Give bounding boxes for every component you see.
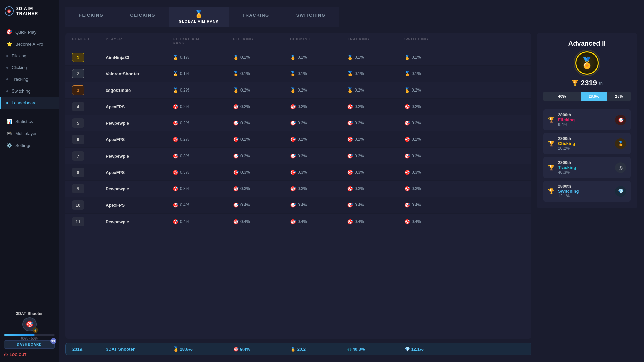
tracking-icon: 🏅 bbox=[347, 55, 353, 60]
rank-position-suffix: th bbox=[599, 81, 603, 86]
sidebar-item-multiplayer[interactable]: 🎮 Multiplayer bbox=[0, 127, 59, 139]
user-avatar-area: 🎯 🏅 bbox=[22, 317, 37, 331]
flicking-icon: 🎯 bbox=[233, 137, 239, 142]
sidebar-item-label: Multiplayer bbox=[15, 131, 37, 136]
dot-icon bbox=[6, 90, 8, 92]
cat-rank-icon: 💎 bbox=[615, 186, 626, 197]
switching-score: 🎯 0.3% bbox=[404, 170, 461, 175]
sidebar-item-label: Leaderboard bbox=[12, 100, 37, 105]
sidebar-item-leaderboard[interactable]: Leaderboard bbox=[0, 97, 59, 109]
clicking-score: 🎯 0.3% bbox=[290, 170, 347, 175]
rank-position-number: 2319 bbox=[581, 79, 597, 87]
switching-score: 🎯 0.2% bbox=[404, 120, 461, 126]
table-body: 1 AimNinja33 🏅 0.1% 🏅 0.1% 🏅 0.1% 🏅 0.1%… bbox=[65, 49, 531, 230]
cat-pct: 40.3% bbox=[558, 170, 612, 175]
cat-trophy-icon: 🏆 bbox=[548, 140, 555, 147]
sidebar-item-statistics[interactable]: 📊 Statistics bbox=[0, 115, 59, 127]
category-stats: 🏆 2800th Flicking 9.4% 🎯 🏆 2800th Clicki… bbox=[543, 109, 631, 202]
sidebar-item-settings[interactable]: ⚙️ Settings bbox=[0, 139, 59, 152]
cat-trophy-icon: 🏆 bbox=[548, 188, 555, 194]
switching-icon: 🎯 bbox=[404, 104, 410, 109]
gar-score: 🎯 0.3% bbox=[173, 153, 233, 159]
cat-pct: 9.4% bbox=[558, 122, 612, 127]
flicking-score: 🎯 0.2% bbox=[233, 120, 290, 126]
tab-flicking-label: FLICKING bbox=[79, 13, 103, 18]
tracking-score: 🎯 0.3% bbox=[347, 153, 404, 159]
tracking-icon: 🎯 bbox=[347, 120, 353, 126]
tab-clicking[interactable]: CLICKING bbox=[117, 7, 169, 27]
rank-number: 1 bbox=[72, 53, 84, 62]
clicking-icon: 🎯 bbox=[290, 202, 296, 208]
flicking-score: 🎯 0.4% bbox=[233, 202, 290, 208]
rank-cell: 8 bbox=[72, 168, 106, 177]
tab-global-aim-rank[interactable]: 🏅 GLOBAL AIM RANK bbox=[169, 7, 229, 27]
switching-score: 🏅 0.1% bbox=[404, 71, 461, 76]
switching-score: 🎯 0.3% bbox=[404, 153, 461, 159]
clicking-icon: 🎯 bbox=[290, 186, 296, 191]
dashboard-button[interactable]: DASHBOARD 99 bbox=[4, 340, 55, 349]
tracking-icon: 🏅 bbox=[347, 87, 353, 93]
quick-play-icon: 🎯 bbox=[6, 29, 12, 35]
flicking-score: 🎯 0.2% bbox=[233, 137, 290, 142]
col-player: PLAYER bbox=[106, 37, 173, 45]
gar-icon: 🎯 bbox=[173, 202, 178, 208]
main-flex: PLACED PLAYER GLOBAL AIMRANK FLICKING CL… bbox=[65, 33, 637, 355]
cat-position: 2800th bbox=[558, 160, 612, 165]
tab-clicking-label: CLICKING bbox=[130, 13, 155, 18]
tab-switching-label: SWITCHING bbox=[296, 13, 326, 18]
clicking-score: 🎯 0.2% bbox=[290, 104, 347, 109]
sidebar-item-quick-play[interactable]: 🎯 Quick Play bbox=[0, 26, 59, 38]
table-row: 1 AimNinja33 🏅 0.1% 🏅 0.1% 🏅 0.1% 🏅 0.1%… bbox=[65, 49, 531, 66]
tracking-score: 🏅 0.2% bbox=[347, 87, 404, 93]
tracking-icon: 🎯 bbox=[347, 137, 353, 142]
rank-number: 11 bbox=[72, 217, 84, 226]
cat-pct: 20.2% bbox=[558, 146, 612, 151]
rank-number: 7 bbox=[72, 151, 84, 161]
gar-icon: 🏅 bbox=[173, 55, 178, 60]
tab-switching[interactable]: SWITCHING bbox=[283, 7, 339, 27]
logout-button[interactable]: ⏻ LOG OUT bbox=[4, 351, 55, 358]
flicking-score: 🏅 0.1% bbox=[233, 55, 290, 60]
sidebar-item-switching[interactable]: Switching bbox=[0, 85, 59, 97]
clicking-icon: 🏅 bbox=[290, 55, 296, 60]
rank-badge: 🏅 bbox=[33, 327, 38, 333]
clicking-score: 🏅 0.2% bbox=[290, 87, 347, 93]
rank-number: 4 bbox=[72, 102, 84, 111]
clicking-score: 🎯 0.2% bbox=[290, 137, 347, 142]
col-flicking: FLICKING bbox=[233, 37, 290, 45]
rank-cell: 1 bbox=[72, 53, 106, 62]
tracking-score: 🎯 0.2% bbox=[347, 137, 404, 142]
dot-icon bbox=[6, 78, 8, 80]
table-row: 3 csgos1mple 🏅 0.2% 🏅 0.2% 🏅 0.2% 🏅 0.2%… bbox=[65, 82, 531, 99]
clicking-icon: 🎯 bbox=[290, 137, 296, 142]
sidebar-item-clicking[interactable]: Clicking bbox=[0, 62, 59, 73]
switching-score: 🎯 0.4% bbox=[404, 202, 461, 208]
rank-number: 6 bbox=[72, 135, 84, 144]
gar-score: 🎯 0.4% bbox=[173, 202, 233, 208]
rank-number: 8 bbox=[72, 168, 84, 177]
switching-icon: 🏅 bbox=[404, 87, 410, 93]
flicking-score: 🎯 0.2% bbox=[233, 104, 290, 109]
player-name: Pewpewpie bbox=[106, 121, 173, 126]
tab-flicking[interactable]: FLICKING bbox=[65, 7, 117, 27]
table-row: 9 Pewpewpie 🎯 0.3% 🎯 0.3% 🎯 0.3% 🎯 0.3% … bbox=[65, 181, 531, 197]
gar-score: 🎯 0.2% bbox=[173, 104, 233, 109]
user-card: 3DAT Shooter 🎯 🏅 bbox=[4, 311, 55, 331]
logo-icon: 🎯 bbox=[5, 6, 14, 16]
rank-cell: 4 bbox=[72, 102, 106, 111]
cat-trophy-icon: 🏆 bbox=[548, 164, 555, 171]
cat-rank-icon: 🎯 bbox=[615, 115, 626, 125]
sidebar-logo[interactable]: 🎯 3D AIM TRAINER bbox=[0, 0, 59, 22]
right-panel: Advanced II 🏅 🏆 2319 th 40% 28.6% 25% 🏆 bbox=[537, 33, 637, 208]
tracking-score: 🎯 0.2% bbox=[347, 104, 404, 109]
col-tracking: TRACKING bbox=[347, 37, 404, 45]
clicking-icon: 🏅 bbox=[290, 87, 296, 93]
cat-rank-icon: 🏅 bbox=[615, 138, 626, 149]
tab-tracking[interactable]: TRACKING bbox=[229, 7, 283, 27]
sidebar-item-flicking[interactable]: Flicking bbox=[0, 50, 59, 62]
cat-position: 2800th bbox=[558, 136, 612, 141]
clicking-icon: 🎯 bbox=[290, 219, 296, 224]
sidebar-item-become-pro[interactable]: ⭐ Become A Pro bbox=[0, 38, 59, 50]
sidebar-item-tracking[interactable]: Tracking bbox=[0, 73, 59, 85]
gar-icon: 🎯 bbox=[173, 153, 178, 159]
